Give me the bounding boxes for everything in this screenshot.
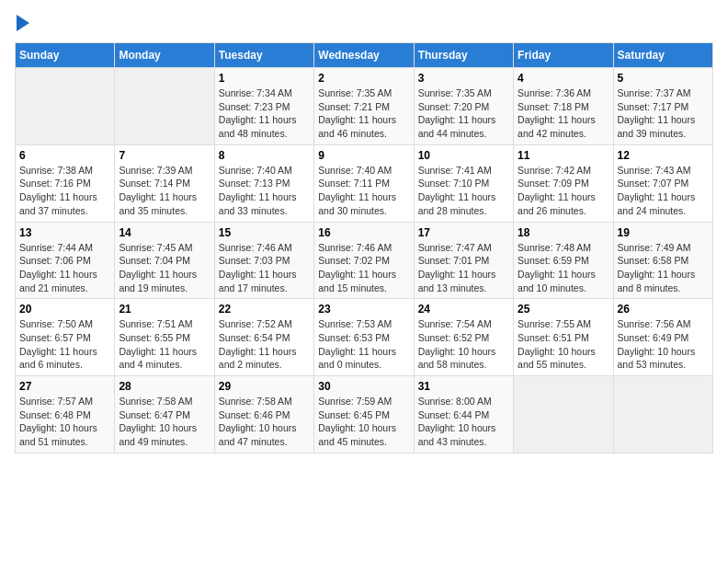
day-header-friday: Friday (514, 43, 613, 68)
day-cell (115, 68, 214, 145)
day-cell: 22Sunrise: 7:52 AMSunset: 6:54 PMDayligh… (214, 299, 313, 376)
day-info: Sunrise: 7:42 AMSunset: 7:09 PMDaylight:… (518, 164, 609, 218)
day-number: 10 (418, 149, 509, 162)
day-number: 14 (119, 226, 210, 239)
day-cell: 29Sunrise: 7:58 AMSunset: 6:46 PMDayligh… (214, 376, 313, 454)
day-number: 7 (119, 149, 210, 162)
day-info: Sunrise: 7:55 AMSunset: 6:51 PMDaylight:… (518, 317, 609, 372)
day-number: 23 (318, 303, 409, 316)
day-number: 26 (618, 303, 709, 316)
day-cell: 1Sunrise: 7:34 AMSunset: 7:23 PMDaylight… (214, 68, 313, 145)
day-info: Sunrise: 7:59 AMSunset: 6:45 PMDaylight:… (318, 395, 409, 449)
logo (15, 15, 29, 31)
day-info: Sunrise: 7:48 AMSunset: 6:59 PMDaylight:… (518, 241, 609, 295)
day-info: Sunrise: 7:54 AMSunset: 6:52 PMDaylight:… (418, 317, 509, 372)
day-number: 19 (618, 226, 709, 239)
day-cell: 10Sunrise: 7:41 AMSunset: 7:10 PMDayligh… (414, 144, 513, 222)
day-info: Sunrise: 7:58 AMSunset: 6:47 PMDaylight:… (119, 395, 210, 449)
day-info: Sunrise: 8:00 AMSunset: 6:44 PMDaylight:… (418, 395, 509, 449)
day-cell: 27Sunrise: 7:57 AMSunset: 6:48 PMDayligh… (16, 376, 115, 454)
day-info: Sunrise: 7:53 AMSunset: 6:53 PMDaylight:… (318, 317, 409, 372)
day-number: 12 (618, 149, 709, 162)
day-number: 20 (19, 303, 110, 316)
calendar-header-row: SundayMondayTuesdayWednesdayThursdayFrid… (16, 43, 713, 68)
day-cell: 12Sunrise: 7:43 AMSunset: 7:07 PMDayligh… (613, 144, 712, 222)
week-row-4: 20Sunrise: 7:50 AMSunset: 6:57 PMDayligh… (16, 299, 713, 376)
day-info: Sunrise: 7:50 AMSunset: 6:57 PMDaylight:… (19, 317, 110, 372)
day-cell: 23Sunrise: 7:53 AMSunset: 6:53 PMDayligh… (314, 299, 414, 376)
day-info: Sunrise: 7:36 AMSunset: 7:18 PMDaylight:… (518, 86, 609, 141)
week-row-3: 13Sunrise: 7:44 AMSunset: 7:06 PMDayligh… (16, 222, 713, 299)
day-cell: 3Sunrise: 7:35 AMSunset: 7:20 PMDaylight… (414, 68, 513, 145)
day-info: Sunrise: 7:39 AMSunset: 7:14 PMDaylight:… (119, 164, 210, 218)
day-info: Sunrise: 7:38 AMSunset: 7:16 PMDaylight:… (19, 164, 110, 218)
day-number: 24 (418, 303, 509, 316)
day-header-tuesday: Tuesday (214, 43, 313, 68)
day-cell: 21Sunrise: 7:51 AMSunset: 6:55 PMDayligh… (115, 299, 214, 376)
day-header-sunday: Sunday (16, 43, 115, 68)
day-info: Sunrise: 7:58 AMSunset: 6:46 PMDaylight:… (219, 395, 310, 449)
day-cell: 18Sunrise: 7:48 AMSunset: 6:59 PMDayligh… (514, 222, 613, 299)
day-cell (613, 376, 712, 454)
day-cell: 15Sunrise: 7:46 AMSunset: 7:03 PMDayligh… (214, 222, 313, 299)
day-number: 8 (219, 149, 310, 162)
day-cell (16, 68, 115, 145)
day-info: Sunrise: 7:40 AMSunset: 7:13 PMDaylight:… (219, 164, 310, 218)
day-cell: 6Sunrise: 7:38 AMSunset: 7:16 PMDaylight… (16, 144, 115, 222)
logo-arrow-icon (17, 15, 29, 31)
day-cell: 20Sunrise: 7:50 AMSunset: 6:57 PMDayligh… (16, 299, 115, 376)
day-cell: 31Sunrise: 8:00 AMSunset: 6:44 PMDayligh… (414, 376, 513, 454)
day-number: 29 (219, 380, 310, 393)
day-cell: 30Sunrise: 7:59 AMSunset: 6:45 PMDayligh… (314, 376, 414, 454)
day-cell: 5Sunrise: 7:37 AMSunset: 7:17 PMDaylight… (613, 68, 712, 145)
day-number: 17 (418, 226, 509, 239)
day-cell: 11Sunrise: 7:42 AMSunset: 7:09 PMDayligh… (514, 144, 613, 222)
day-number: 2 (318, 72, 409, 85)
day-cell: 24Sunrise: 7:54 AMSunset: 6:52 PMDayligh… (414, 299, 513, 376)
day-cell: 4Sunrise: 7:36 AMSunset: 7:18 PMDaylight… (514, 68, 613, 145)
day-info: Sunrise: 7:46 AMSunset: 7:03 PMDaylight:… (219, 241, 310, 295)
day-number: 4 (518, 72, 609, 85)
week-row-2: 6Sunrise: 7:38 AMSunset: 7:16 PMDaylight… (16, 144, 713, 222)
day-info: Sunrise: 7:35 AMSunset: 7:21 PMDaylight:… (318, 86, 409, 141)
day-number: 30 (318, 380, 409, 393)
day-number: 11 (518, 149, 609, 162)
day-number: 13 (19, 226, 110, 239)
day-info: Sunrise: 7:43 AMSunset: 7:07 PMDaylight:… (618, 164, 709, 218)
day-cell: 25Sunrise: 7:55 AMSunset: 6:51 PMDayligh… (514, 299, 613, 376)
day-cell: 19Sunrise: 7:49 AMSunset: 6:58 PMDayligh… (613, 222, 712, 299)
week-row-5: 27Sunrise: 7:57 AMSunset: 6:48 PMDayligh… (16, 376, 713, 454)
day-cell: 26Sunrise: 7:56 AMSunset: 6:49 PMDayligh… (613, 299, 712, 376)
day-header-saturday: Saturday (613, 43, 712, 68)
day-number: 9 (318, 149, 409, 162)
day-info: Sunrise: 7:57 AMSunset: 6:48 PMDaylight:… (19, 395, 110, 449)
page-header (15, 15, 713, 31)
day-number: 5 (618, 72, 709, 85)
day-cell: 2Sunrise: 7:35 AMSunset: 7:21 PMDaylight… (314, 68, 414, 145)
day-number: 28 (119, 380, 210, 393)
day-header-wednesday: Wednesday (314, 43, 414, 68)
day-number: 15 (219, 226, 310, 239)
day-info: Sunrise: 7:46 AMSunset: 7:02 PMDaylight:… (318, 241, 409, 295)
calendar-table: SundayMondayTuesdayWednesdayThursdayFrid… (15, 42, 713, 454)
day-info: Sunrise: 7:35 AMSunset: 7:20 PMDaylight:… (418, 86, 509, 141)
day-header-monday: Monday (115, 43, 214, 68)
day-info: Sunrise: 7:41 AMSunset: 7:10 PMDaylight:… (418, 164, 509, 218)
day-cell: 14Sunrise: 7:45 AMSunset: 7:04 PMDayligh… (115, 222, 214, 299)
day-info: Sunrise: 7:52 AMSunset: 6:54 PMDaylight:… (219, 317, 310, 372)
day-number: 1 (219, 72, 310, 85)
day-info: Sunrise: 7:49 AMSunset: 6:58 PMDaylight:… (618, 241, 709, 295)
day-info: Sunrise: 7:34 AMSunset: 7:23 PMDaylight:… (219, 86, 310, 141)
day-header-thursday: Thursday (414, 43, 513, 68)
day-info: Sunrise: 7:56 AMSunset: 6:49 PMDaylight:… (618, 317, 709, 372)
day-info: Sunrise: 7:51 AMSunset: 6:55 PMDaylight:… (119, 317, 210, 372)
day-info: Sunrise: 7:44 AMSunset: 7:06 PMDaylight:… (19, 241, 110, 295)
day-info: Sunrise: 7:40 AMSunset: 7:11 PMDaylight:… (318, 164, 409, 218)
day-number: 27 (19, 380, 110, 393)
day-info: Sunrise: 7:37 AMSunset: 7:17 PMDaylight:… (618, 86, 709, 141)
day-number: 31 (418, 380, 509, 393)
day-number: 22 (219, 303, 310, 316)
day-cell: 9Sunrise: 7:40 AMSunset: 7:11 PMDaylight… (314, 144, 414, 222)
day-cell: 17Sunrise: 7:47 AMSunset: 7:01 PMDayligh… (414, 222, 513, 299)
day-cell: 8Sunrise: 7:40 AMSunset: 7:13 PMDaylight… (214, 144, 313, 222)
